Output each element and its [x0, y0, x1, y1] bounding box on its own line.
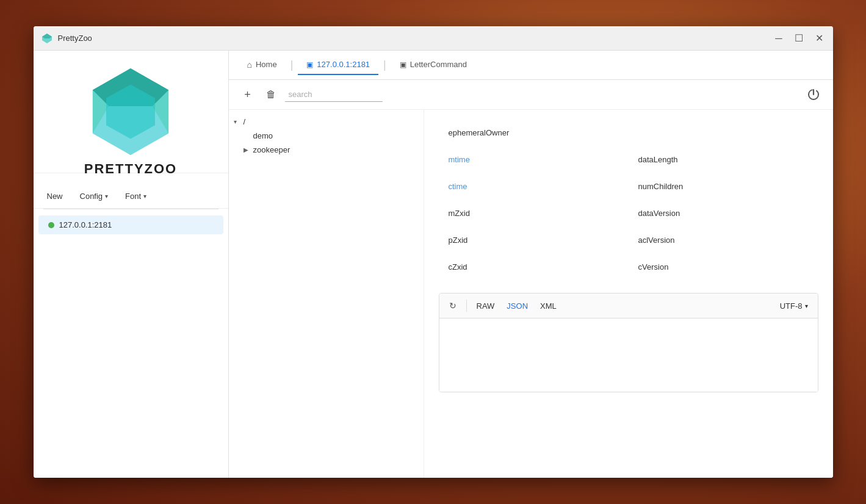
sidebar-toolbar: New Config ▾ Font ▾: [34, 184, 228, 209]
window-body: PRETTYZOO PRETTYZOO New Config ▾ Font ▾: [34, 51, 833, 478]
prop-label-dataVersion: dataVersion: [638, 209, 680, 218]
prop-cZxid: cZxid: [439, 254, 629, 281]
format-raw-button[interactable]: RAW: [472, 299, 500, 313]
prop-mtime-left: mtime: [439, 146, 629, 173]
terminal-icon: ▣: [400, 60, 406, 69]
tab-server-label: 127.0.0.1:2181: [317, 60, 370, 69]
logo-area: PRETTYZOO: [34, 51, 228, 173]
prop-label-mZxid: mZxid: [449, 209, 470, 218]
properties-pane: ephemeralOwner mtime dataLength ctime: [424, 110, 833, 478]
tab-home-label: Home: [256, 60, 277, 69]
prop-dataLength: dataLength: [629, 146, 818, 173]
prop-label-cVersion: cVersion: [638, 262, 669, 272]
add-node-button[interactable]: +: [239, 85, 257, 104]
prop-mtime: [629, 120, 818, 146]
refresh-icon: ↻: [449, 301, 456, 311]
prop-pZxid: pZxid: [439, 227, 629, 254]
prettyzoo-text: PRETTYZOO: [34, 161, 228, 184]
format-json-button[interactable]: JSON: [502, 299, 533, 313]
power-button[interactable]: [804, 85, 823, 104]
format-xml-button[interactable]: XML: [535, 299, 561, 313]
toolbar-divider: [466, 300, 467, 312]
tab-separator-1: |: [288, 59, 296, 71]
prop-label-ephemeralOwner: ephemeralOwner: [449, 128, 510, 137]
prop-label-cZxid: cZxid: [449, 262, 467, 272]
sidebar: PRETTYZOO PRETTYZOO New Config ▾ Font ▾: [34, 51, 229, 478]
tree-node-zookeeper[interactable]: ▶ zookeeper: [229, 143, 424, 157]
search-input[interactable]: [285, 87, 383, 102]
prop-aclVersion: aclVersion: [629, 227, 818, 254]
server-name: 127.0.0.1:2181: [59, 220, 112, 229]
data-editor-body[interactable]: [439, 319, 818, 392]
app-window: PrettyZoo ─ ☐ ✕ PRETTYZOO P: [34, 26, 833, 478]
server-icon: ▣: [306, 60, 313, 69]
home-icon: ⌂: [247, 60, 252, 70]
prop-cVersion: cVersion: [629, 254, 818, 281]
prop-label-pZxid: pZxid: [449, 236, 468, 245]
tree-node-root[interactable]: ▾ /: [229, 115, 424, 129]
window-controls: ─ ☐ ✕: [773, 32, 825, 45]
font-chevron-icon: ▾: [143, 193, 146, 200]
main-content: ⌂ Home | ▣ 127.0.0.1:2181 | ▣ LetterComm…: [229, 51, 833, 478]
maximize-button[interactable]: ☐: [792, 32, 806, 45]
refresh-button[interactable]: ↻: [444, 297, 461, 314]
content-area: ▾ / demo ▶ zookeeper: [229, 110, 833, 478]
tree-arrow-root: ▾: [234, 118, 241, 125]
server-list: 127.0.0.1:2181: [34, 209, 228, 240]
data-editor: ↻ RAW JSON XML: [439, 293, 818, 392]
title-bar: PrettyZoo ─ ☐ ✕: [34, 26, 833, 51]
prop-ephemeralOwner: ephemeralOwner: [439, 120, 629, 146]
data-editor-toolbar: ↻ RAW JSON XML: [439, 293, 818, 319]
prop-ctime-left: ctime: [439, 173, 629, 200]
minimize-button[interactable]: ─: [773, 32, 784, 45]
encoding-chevron-icon: ▾: [805, 303, 808, 309]
delete-node-button[interactable]: 🗑: [262, 85, 280, 104]
config-button[interactable]: Config ▾: [76, 189, 112, 203]
tab-separator-2: |: [381, 59, 389, 71]
power-icon: [807, 88, 820, 101]
svg-marker-1: [42, 34, 52, 38]
prop-label-ctime: ctime: [449, 182, 467, 191]
prettyzoo-logo: PRETTYZOO: [76, 63, 186, 160]
tree-node-demo-label: demo: [253, 131, 273, 140]
server-status-dot: [48, 222, 54, 228]
prop-label-numChildren: numChildren: [638, 182, 684, 191]
prop-dataVersion: dataVersion: [629, 200, 818, 227]
tab-server[interactable]: ▣ 127.0.0.1:2181: [298, 55, 378, 75]
main-toolbar: + 🗑: [229, 80, 833, 110]
encoding-label: UTF-8: [780, 301, 803, 311]
prop-label-mtime: mtime: [449, 155, 470, 164]
tree-node-demo[interactable]: demo: [229, 129, 424, 143]
tab-lettercommand-label: LetterCommand: [410, 60, 467, 69]
tree-arrow-zookeeper: ▶: [244, 146, 251, 153]
app-title: PrettyZoo: [58, 34, 773, 43]
tree-node-root-label: /: [244, 117, 246, 126]
tabs-bar: ⌂ Home | ▣ 127.0.0.1:2181 | ▣ LetterComm…: [229, 51, 833, 80]
tree-pane: ▾ / demo ▶ zookeeper: [229, 110, 424, 478]
trash-icon: 🗑: [266, 89, 276, 100]
prop-label-dataLength: dataLength: [638, 155, 678, 164]
prop-mZxid: mZxid: [439, 200, 629, 227]
tab-home[interactable]: ⌂ Home: [239, 55, 286, 76]
prop-label-aclVersion: aclVersion: [638, 236, 675, 245]
new-button[interactable]: New: [43, 189, 67, 203]
prop-numChildren: numChildren: [629, 173, 818, 200]
font-button[interactable]: Font ▾: [121, 189, 150, 203]
server-item[interactable]: 127.0.0.1:2181: [38, 215, 223, 234]
close-button[interactable]: ✕: [813, 32, 826, 45]
encoding-selector[interactable]: UTF-8 ▾: [775, 300, 813, 312]
app-logo-small: [41, 32, 53, 45]
props-grid: ephemeralOwner mtime dataLength ctime: [439, 120, 818, 281]
config-chevron-icon: ▾: [105, 193, 108, 200]
tab-lettercommand[interactable]: ▣ LetterCommand: [391, 55, 475, 75]
tree-node-zookeeper-label: zookeeper: [253, 145, 290, 154]
